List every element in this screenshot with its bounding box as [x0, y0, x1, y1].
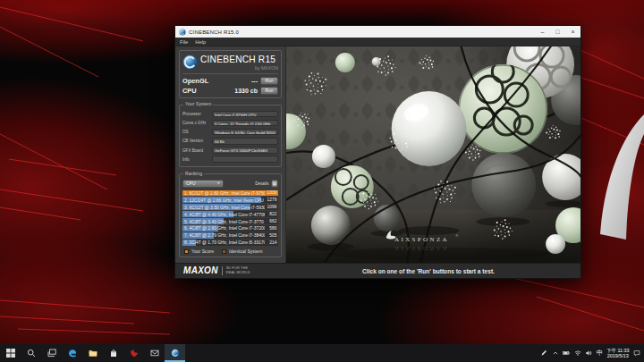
- cinebench-window: CINEBENCH R15.0 – □ × FileHelp CINEBENCH…: [174, 25, 581, 279]
- field-label: CB Version: [182, 139, 210, 143]
- taskbar-edge-icon[interactable]: [62, 344, 82, 362]
- field-value: 6 Cores, 12 Threads @ 2.60 GHz: [212, 120, 278, 127]
- test-label: CPU: [182, 87, 232, 95]
- taskbar-dragon-center-icon[interactable]: [123, 344, 144, 362]
- close-button[interactable]: ×: [565, 26, 580, 38]
- field-value: 64 Bit: [212, 138, 278, 145]
- legend-swatch: [184, 249, 189, 254]
- menu-help[interactable]: Help: [195, 39, 206, 45]
- taskbar-clock[interactable]: 下午 11:33 2019/5/13: [606, 348, 629, 359]
- minimize-button[interactable]: –: [535, 26, 550, 38]
- taskbar-store-icon[interactable]: [103, 344, 123, 362]
- field-value: GeForce GTX 1650/PCIe/SSE2: [212, 147, 278, 154]
- legend-label: Identical System: [229, 248, 262, 254]
- run-button[interactable]: Run: [260, 77, 278, 85]
- logo-subtitle: by MAXON: [200, 65, 278, 71]
- ranking-row-score: 822: [265, 211, 278, 217]
- ranking-row[interactable]: 5. 4C/8T @ 3.40 GHz, Intel Core i7-3770 …: [182, 218, 278, 224]
- maxon-logo: MAXON 3D FOR THE REAL WORLD: [175, 266, 285, 275]
- system-field: ProcessorIntel Core i7-9750H CPU: [182, 111, 278, 118]
- field-label: OS: [182, 130, 210, 134]
- maximize-button[interactable]: □: [550, 26, 565, 38]
- ranking-filter-dropdown[interactable]: CPU ▼: [182, 180, 224, 188]
- tray-pen-icon[interactable]: [540, 349, 547, 357]
- system-field: CB Version64 Bit: [182, 138, 278, 145]
- your-system-group: Your System ProcessorIntel Core i7-9750H…: [179, 105, 282, 168]
- taskbar-cinebench-icon[interactable]: [165, 344, 185, 362]
- details-button[interactable]: ▦: [271, 180, 279, 188]
- menu-file[interactable]: File: [180, 39, 188, 45]
- ranking-row[interactable]: 1. 6C/12T @ 2.60 GHz, Intel Core i7-9750…: [182, 190, 278, 197]
- ranking-row-label: 7. 4C/8T @ 2.79 GHz, Intel Core i7-3840Q…: [184, 233, 265, 238]
- tray-volume-icon[interactable]: [585, 349, 592, 357]
- window-controls: – □ ×: [535, 26, 580, 38]
- run-button[interactable]: Run: [260, 87, 278, 95]
- taskbar-file-explorer-icon[interactable]: [82, 344, 103, 362]
- ranking-row[interactable]: 8. 2C/4T @ 1.70 GHz, Intel Core i5-3317U…: [182, 240, 278, 246]
- legend-item: Identical System: [222, 248, 262, 254]
- svg-text:®: ®: [455, 234, 458, 238]
- test-value: ---: [251, 78, 258, 84]
- legend-label: Your Score: [191, 248, 214, 254]
- ranking-row[interactable]: 7. 4C/8T @ 2.79 GHz, Intel Core i7-3840Q…: [182, 232, 278, 239]
- ranking-bar-track: 8. 2C/4T @ 1.70 GHz, Intel Core i5-3317U…: [182, 240, 265, 246]
- field-value: [212, 156, 278, 163]
- ranking-row-label: 8. 2C/4T @ 1.70 GHz, Intel Core i5-3317U…: [184, 240, 265, 245]
- tray-chevron-up-icon[interactable]: [552, 349, 559, 357]
- status-bar: MAXON 3D FOR THE REAL WORLD Click on one…: [175, 263, 580, 278]
- system-field: Info: [182, 156, 278, 163]
- ranking-row-label: 4. 4C/8T @ 4.40 GHz, Intel Core i7-4770K…: [184, 212, 265, 216]
- status-message: Click on one of the 'Run' buttons to sta…: [285, 268, 580, 274]
- action-center-icon[interactable]: [633, 349, 640, 357]
- ranking-row-score: 505: [265, 232, 278, 239]
- taskbar-search-icon[interactable]: [21, 344, 41, 362]
- maxon-wordmark: MAXON: [183, 266, 223, 275]
- ranking-row-score: 1096: [265, 204, 278, 210]
- test-row-opengl: OpenGL---Run: [182, 77, 278, 85]
- window-title: CINEBENCH R15.0: [189, 29, 532, 35]
- window-titlebar[interactable]: CINEBENCH R15.0 – □ ×: [175, 26, 580, 38]
- taskbar-start-icon[interactable]: [0, 344, 21, 362]
- ranking-row[interactable]: 4. 4C/8T @ 4.40 GHz, Intel Core i7-4770K…: [182, 211, 278, 217]
- field-label: Processor: [182, 112, 210, 116]
- tray-battery-icon[interactable]: [563, 349, 570, 357]
- taskbar: 中 下午 11:33 2019/5/13: [0, 344, 644, 362]
- desktop: CINEBENCH R15.0 – □ × FileHelp CINEBENCH…: [0, 0, 644, 362]
- control-panel: CINEBENCH R15 by MAXON OpenGL---RunCPU13…: [175, 46, 285, 263]
- ranking-row-score: 1279: [265, 197, 278, 203]
- logo-title: CINEBENCH R15: [200, 55, 278, 64]
- system-field: Cores x GHz6 Cores, 12 Threads @ 2.60 GH…: [182, 120, 278, 127]
- legend-swatch: [222, 249, 226, 254]
- ranking-bar-track: 1. 6C/12T @ 2.60 GHz, Intel Core i7-9750…: [182, 190, 265, 197]
- system-tray: 中 下午 11:33 2019/5/13: [540, 344, 644, 362]
- app-icon: [179, 29, 186, 36]
- svg-text:AIXSPONZA: AIXSPONZA: [394, 245, 449, 252]
- chevron-down-icon: ▼: [216, 181, 220, 185]
- ranking-row-score: 1330: [265, 190, 278, 197]
- taskbar-task-view-icon[interactable]: [41, 344, 62, 362]
- field-label: Info: [182, 157, 210, 162]
- your-system-title: Your System: [183, 102, 213, 106]
- ranking-legend: Your ScoreIdentical System: [182, 248, 278, 254]
- field-value: Windows 8, 64 Bit, Core (build 9200): [212, 129, 278, 136]
- ranking-row-score: 662: [265, 218, 278, 224]
- render-viewport: AIXSPONZA ® AIXSPONZA: [285, 46, 580, 263]
- test-rows: OpenGL---RunCPU1330 cbRun: [182, 74, 278, 95]
- tray-network-icon[interactable]: [574, 349, 581, 357]
- window-main: CINEBENCH R15 by MAXON OpenGL---RunCPU13…: [175, 46, 580, 263]
- ranking-row-score: 580: [265, 225, 278, 232]
- field-label: GFX Board: [182, 148, 210, 153]
- ranking-row[interactable]: 3. 6C/12T @ 3.50 GHz, Intel Core i7-5930…: [182, 204, 278, 210]
- system-field: OSWindows 8, 64 Bit, Core (build 9200): [182, 129, 278, 136]
- ranking-bar-track: 2. 12C/24T @ 2.66 GHz, Intel Xeon CPU X5…: [182, 197, 265, 203]
- ranking-bar-track: 4. 4C/8T @ 4.40 GHz, Intel Core i7-4770K…: [182, 211, 265, 217]
- ranking-row[interactable]: 6. 4C/8T @ 2.60 GHz, Intel Core i7-3720Q…: [182, 225, 278, 232]
- ranking-row-label: 1. 6C/12T @ 2.60 GHz, Intel Core i7-9750…: [184, 190, 265, 195]
- taskbar-mail-icon[interactable]: [144, 344, 165, 362]
- ime-indicator[interactable]: 中: [597, 349, 603, 358]
- ranking-row-label: 2. 12C/24T @ 2.66 GHz, Intel Xeon CPU X5…: [184, 198, 265, 202]
- test-label: OpenGL: [182, 77, 249, 85]
- ranking-bar-track: 3. 6C/12T @ 3.50 GHz, Intel Core i7-5930…: [182, 204, 265, 210]
- logo-box: CINEBENCH R15 by MAXON OpenGL---RunCPU13…: [179, 50, 282, 98]
- ranking-row[interactable]: 2. 12C/24T @ 2.66 GHz, Intel Xeon CPU X5…: [182, 197, 278, 203]
